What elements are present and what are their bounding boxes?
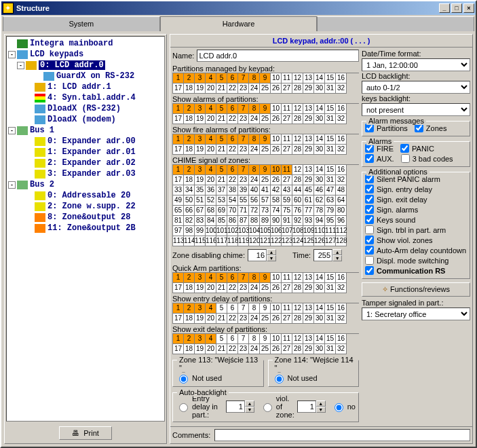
grid-cell[interactable]: 25 — [260, 145, 271, 155]
grid-cell[interactable]: 53 — [216, 195, 227, 206]
grid-cell[interactable]: 26 — [271, 145, 282, 155]
grid-cell[interactable]: 101 — [216, 226, 227, 236]
autobl-entry-spin[interactable]: ▲▼ — [226, 400, 254, 413]
option-checkbox[interactable]: Show viol. zones — [365, 235, 467, 245]
zone114-opt2[interactable]: Not used — [271, 373, 356, 384]
grid-cell[interactable]: 12 — [292, 134, 303, 145]
grid-cell[interactable]: 20 — [206, 83, 216, 94]
grid-cell[interactable]: 4 — [206, 273, 216, 283]
grid-cell[interactable]: 41 — [260, 185, 271, 195]
minimize-button[interactable]: _ — [439, 3, 450, 13]
print-button[interactable]: 🖶 Print — [59, 426, 112, 440]
grid-cell[interactable]: 87 — [238, 216, 249, 226]
grid-cell[interactable]: 76 — [292, 206, 303, 216]
tree-node[interactable]: 0: Expander adr.00 — [7, 136, 164, 147]
grid-cell[interactable]: 16 — [336, 334, 347, 344]
option-checkbox[interactable]: Auto-Arm delay countdown — [365, 245, 467, 255]
grid-cell[interactable]: 21 — [216, 83, 227, 94]
grid-cell[interactable]: 20 — [206, 114, 216, 124]
grid-cell[interactable]: 102 — [227, 226, 238, 236]
tree-node[interactable]: 11: Zone&output 2B — [7, 223, 164, 234]
grid-cell[interactable]: 10 — [271, 273, 282, 283]
grid-cell[interactable]: 8 — [249, 273, 260, 283]
grid-cell[interactable]: 7 — [238, 303, 249, 314]
grid-cell[interactable]: 34 — [184, 185, 195, 195]
grid-cell[interactable]: 10 — [271, 303, 282, 314]
grid-cell[interactable]: 20 — [206, 283, 216, 293]
grid-cell[interactable]: 27 — [282, 83, 292, 94]
grid-cell[interactable]: 25 — [260, 114, 271, 124]
grid-cell[interactable]: 73 — [260, 206, 271, 216]
grid-cell[interactable]: 22 — [227, 283, 238, 293]
grid-cell[interactable]: 10 — [271, 334, 282, 344]
grid-cell[interactable]: 15 — [325, 273, 336, 283]
grid-cell[interactable]: 5 — [216, 73, 227, 83]
grid-cell[interactable]: 50 — [184, 195, 195, 206]
grid-cell[interactable]: 103 — [238, 226, 249, 236]
maximize-button[interactable]: □ — [451, 3, 462, 13]
grid-cell[interactable]: 11 — [282, 73, 292, 83]
option-checkbox[interactable]: Sign. alarms — [365, 204, 467, 214]
grid-cell[interactable]: 19 — [195, 83, 206, 94]
grid-cell[interactable]: 8 — [249, 104, 260, 114]
grid-cell[interactable]: 77 — [303, 206, 314, 216]
grid-cell[interactable]: 14 — [314, 273, 325, 283]
grid-cell[interactable]: 21 — [216, 283, 227, 293]
grid-cell[interactable]: 8 — [249, 303, 260, 314]
autobl-viol[interactable]: viol. of zone: — [260, 394, 294, 419]
grid-cell[interactable]: 9 — [260, 73, 271, 83]
chk-3bad[interactable]: 3 bad codes — [401, 153, 453, 164]
grid-cell[interactable]: 15 — [325, 73, 336, 83]
grid-cell[interactable]: 25 — [260, 344, 271, 354]
grid-cell[interactable]: 4 — [206, 104, 216, 114]
grid-cell[interactable]: 20 — [206, 344, 216, 354]
grid-cell[interactable]: 36 — [206, 185, 216, 195]
dtformat-select[interactable]: 1 Jan, 12:00:00 — [362, 58, 470, 71]
tamper-select[interactable]: 1: Secretary office — [362, 307, 470, 320]
grid-cell[interactable]: 83 — [195, 216, 206, 226]
grid-cell[interactable]: 43 — [282, 185, 292, 195]
grid-cell[interactable]: 4 — [206, 73, 216, 83]
grid-cell[interactable]: 29 — [303, 314, 314, 324]
grid-cell[interactable]: 10 — [271, 165, 282, 175]
grid-cell[interactable]: 24 — [249, 344, 260, 354]
grid-cell[interactable]: 97 — [173, 226, 184, 236]
grid-cell[interactable]: 82 — [184, 216, 195, 226]
tree-node[interactable]: 8: Zone&output 28 — [7, 212, 164, 223]
grid-cell[interactable]: 18 — [184, 314, 195, 324]
grid-cell[interactable]: 52 — [206, 195, 216, 206]
grid-cell[interactable]: 22 — [227, 344, 238, 354]
grid-cell[interactable]: 23 — [238, 114, 249, 124]
grid-cell[interactable]: 29 — [303, 175, 314, 185]
grid-cell[interactable]: 68 — [206, 206, 216, 216]
grid-cell[interactable]: 49 — [173, 195, 184, 206]
grid-cell[interactable]: 58 — [271, 195, 282, 206]
grid-cell[interactable]: 7 — [238, 134, 249, 145]
grid-cell[interactable]: 11 — [282, 334, 292, 344]
grid-cell[interactable]: 7 — [238, 73, 249, 83]
grid-cell[interactable]: 78 — [314, 206, 325, 216]
grid-cell[interactable]: 125 — [303, 236, 314, 246]
grid-cell[interactable]: 1 — [173, 104, 184, 114]
grid-cell[interactable]: 1 — [173, 273, 184, 283]
tab-hardware[interactable]: Hardware — [160, 16, 318, 31]
toggle-icon[interactable]: - — [8, 127, 16, 134]
toggle-icon[interactable]: - — [8, 181, 16, 189]
keysback-select[interactable]: not present — [362, 103, 470, 116]
grid-cell[interactable]: 20 — [206, 175, 216, 185]
grid-cell[interactable]: 25 — [260, 314, 271, 324]
grid-cell[interactable]: 11 — [282, 134, 292, 145]
grid-cell[interactable]: 86 — [227, 216, 238, 226]
grid-cell[interactable]: 23 — [238, 283, 249, 293]
grid-cell[interactable]: 45 — [303, 185, 314, 195]
option-checkbox[interactable]: Sign. exit delay — [365, 194, 467, 204]
grid-cell[interactable]: 56 — [249, 195, 260, 206]
grid-cell[interactable]: 10 — [271, 134, 282, 145]
grid-cell[interactable]: 67 — [195, 206, 206, 216]
grid-cell[interactable]: 31 — [325, 283, 336, 293]
grid-cell[interactable]: 23 — [238, 344, 249, 354]
grid-cell[interactable]: 35 — [195, 185, 206, 195]
grid-cell[interactable]: 32 — [336, 114, 347, 124]
tree-node[interactable]: 1: LCD addr.1 — [7, 81, 164, 92]
grid-cell[interactable]: 31 — [325, 175, 336, 185]
